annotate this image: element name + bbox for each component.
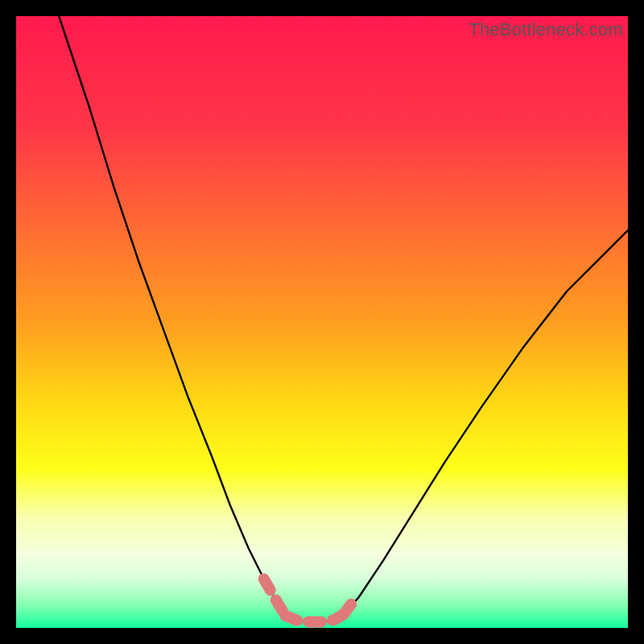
chart-frame: TheBottleneck.com [16, 16, 628, 628]
bottleneck-curve [16, 16, 628, 628]
accent-valley-highlight [264, 579, 353, 621]
main-curve-line [59, 16, 628, 621]
watermark-text: TheBottleneck.com [469, 19, 623, 40]
